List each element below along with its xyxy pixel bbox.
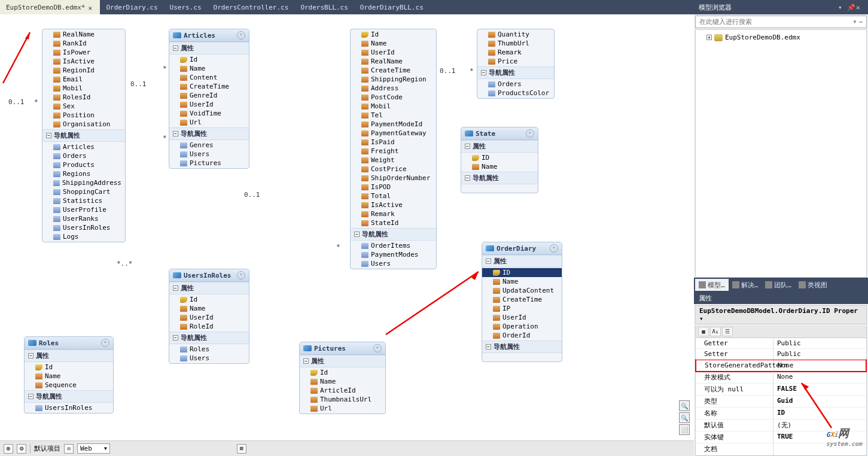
prop-row[interactable]: 名称ID [696, 408, 866, 419]
prop-item[interactable]: Remark [351, 209, 436, 218]
entity-header[interactable]: OrderDiary⌃ [482, 242, 562, 255]
entity-header[interactable]: Articles⌃ [169, 29, 249, 42]
entity-roles[interactable]: Roles⌃ −属性 Id Name Sequence −导航属性 UsersI… [24, 336, 114, 414]
prop-item[interactable]: Quantity [477, 30, 554, 39]
prop-item-selected[interactable]: ID [482, 268, 562, 277]
prop-item[interactable]: Url [169, 118, 249, 127]
prop-item[interactable]: Name [169, 304, 249, 313]
entity-users-fragment[interactable]: RealName RankId IsPower IsActive RegionI… [42, 29, 126, 242]
props-section[interactable]: −属性 [25, 349, 113, 362]
nav-section[interactable]: −导航属性 [461, 172, 538, 184]
prop-item[interactable]: Name [482, 277, 562, 286]
close-icon[interactable]: ✕ [88, 4, 94, 10]
nav-item[interactable]: Pictures [169, 159, 249, 168]
prop-item[interactable]: Organisation [42, 120, 125, 129]
nav-item[interactable]: ShippingAddress [42, 178, 125, 187]
prop-item[interactable]: ArticleId [300, 386, 385, 395]
nav-item[interactable]: Users [351, 259, 436, 268]
tab-orderdiary[interactable]: OrderDiary.cs [100, 0, 163, 14]
entity-orderitems-fragment[interactable]: Quantity ThumbUrl Remark Price −导航属性 Ord… [477, 29, 555, 99]
prop-item[interactable]: Remark [477, 48, 554, 57]
nav-section[interactable]: −导航属性 [169, 127, 249, 140]
gear-icon[interactable]: ⚙ [17, 444, 26, 454]
nav-item[interactable]: Regions [42, 169, 125, 178]
nav-item[interactable]: ShoppingCart [42, 187, 125, 196]
prop-item[interactable]: Id [300, 368, 385, 377]
prop-item[interactable]: Operation [482, 322, 562, 331]
prop-item[interactable]: IsActive [42, 57, 125, 66]
nav-item[interactable]: Products [42, 160, 125, 169]
search-go-icon[interactable]: → [858, 18, 863, 26]
prop-item[interactable]: Email [42, 75, 125, 84]
prop-item[interactable]: ShippingRegion [351, 75, 436, 84]
nav-item[interactable]: PaymentModes [351, 250, 436, 259]
chevron-down-icon[interactable]: ▼ [854, 19, 857, 25]
prop-item[interactable]: Freight [351, 147, 436, 156]
prop-item[interactable]: Name [351, 39, 436, 48]
prop-item[interactable]: Address [351, 84, 436, 93]
prop-item[interactable]: RoleId [169, 322, 249, 331]
tab-edmx[interactable]: EupStoreDemoDB.edmx*✕ [0, 0, 100, 14]
prop-item[interactable]: CreateTime [351, 66, 436, 75]
search-box[interactable]: ▼ → [695, 16, 867, 28]
entity-orders-fragment[interactable]: Id Name UserId RealName CreateTime Shipp… [350, 29, 437, 269]
prop-item[interactable]: Name [169, 64, 249, 73]
props-section[interactable]: −属性 [169, 282, 249, 294]
nav-item[interactable]: Logs [42, 232, 125, 241]
zoom-in-button[interactable]: 🔍 [679, 400, 690, 411]
prop-item[interactable]: RankId [42, 39, 125, 48]
prop-item[interactable]: Url [300, 404, 385, 413]
nav-section[interactable]: −导航属性 [477, 66, 554, 79]
props-section[interactable]: −属性 [482, 255, 562, 267]
prop-item[interactable]: Tel [351, 111, 436, 120]
prop-item[interactable]: ThumbnailsUrl [300, 395, 385, 404]
chevron-up-icon[interactable]: ⌃ [237, 271, 245, 279]
entity-header[interactable]: State⌃ [461, 127, 538, 140]
prop-row[interactable]: 并发模式None [696, 372, 866, 384]
prop-item[interactable]: CreateTime [482, 295, 562, 304]
prop-item[interactable]: Position [42, 111, 125, 120]
prop-item[interactable]: PaymentGateway [351, 129, 436, 138]
edmx-designer-canvas[interactable]: 0..1 * 0..1 * *..* * 0..1 * 0..1 * RealN… [0, 14, 694, 430]
prop-row[interactable]: GetterPublic [696, 338, 866, 349]
nav-item[interactable]: Roles [169, 345, 249, 354]
nav-section[interactable]: −导航属性 [25, 390, 113, 403]
prop-item[interactable]: Id [169, 55, 249, 64]
props-section[interactable]: −属性 [461, 140, 538, 153]
prop-item[interactable]: StateId [351, 218, 436, 227]
nav-section[interactable]: −导航属性 [169, 332, 249, 344]
chevron-up-icon[interactable]: ⌃ [526, 129, 534, 138]
prop-item[interactable]: ShipOrderNumber [351, 174, 436, 183]
nav-item[interactable]: UserProfile [42, 205, 125, 214]
zoom-out-button[interactable]: 🔍 [679, 412, 690, 423]
dropdown-icon[interactable]: ▾ [838, 4, 845, 11]
tab-users[interactable]: Users.cs [164, 0, 208, 14]
error-list-icon[interactable]: ⊗ [4, 444, 13, 454]
list-icon[interactable]: ≡ [237, 444, 246, 454]
prop-item[interactable]: Total [351, 191, 436, 200]
chevron-up-icon[interactable]: ⌃ [101, 339, 109, 347]
model-tree[interactable]: + EupStoreDemoDB.edmx [695, 29, 867, 278]
plus-icon[interactable]: + [706, 35, 712, 40]
ptab-team[interactable]: 团队… [762, 279, 795, 291]
db-icon[interactable]: ▫ [64, 444, 74, 454]
tree-root[interactable]: + EupStoreDemoDB.edmx [698, 32, 864, 42]
nav-item[interactable]: UserRanks [42, 214, 125, 223]
props-pages-button[interactable]: ☰ [722, 327, 733, 336]
prop-item[interactable]: Mobil [351, 102, 436, 111]
entity-articles[interactable]: Articles⌃ −属性 Id Name Content CreateTime… [169, 29, 249, 169]
prop-item[interactable]: UserId [351, 48, 436, 57]
prop-item[interactable]: UserId [169, 313, 249, 322]
prop-item[interactable]: UserId [169, 100, 249, 109]
entity-orderdiary[interactable]: OrderDiary⌃ −属性 ID Name UpdataContent Cr… [482, 242, 562, 362]
props-section[interactable]: −属性 [300, 355, 385, 367]
prop-row[interactable]: 类型Guid [696, 396, 866, 408]
prop-item[interactable]: IsPOD [351, 183, 436, 191]
prop-item[interactable]: UpdataContent [482, 286, 562, 295]
prop-item[interactable]: IP [482, 304, 562, 313]
properties-selection[interactable]: EupStoreDemoDBModel.OrderDiary.ID Proper… [695, 305, 867, 324]
prop-item[interactable]: Price [477, 57, 554, 66]
entity-state[interactable]: State⌃ −属性 ID Name −导航属性 [461, 127, 538, 193]
prop-item[interactable]: IsActive [351, 200, 436, 209]
nav-item[interactable]: Statistics [42, 196, 125, 205]
